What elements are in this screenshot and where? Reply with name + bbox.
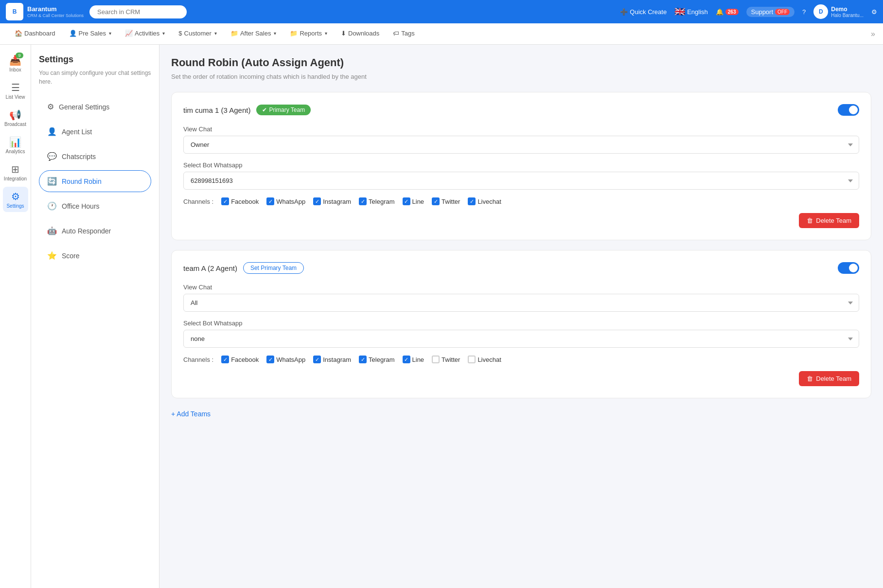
sidebar-item-broadcast[interactable]: 📢 Broadcast [3, 105, 28, 130]
chat-icon: 💬 [47, 152, 57, 161]
view-chat-select-1[interactable]: Owner All [183, 136, 859, 154]
team-header-1: tim cuma 1 (3 Agent) ✔ Primary Team [183, 104, 859, 116]
language-selector[interactable]: 🇬🇧 English [674, 6, 708, 17]
notification-button[interactable]: 🔔 263 [716, 8, 739, 16]
checkbox-whatsapp-1: ✓ [266, 197, 274, 205]
select-bot-field-1: Select Bot Whatsapp 628998151693 none [183, 161, 859, 190]
logo-sub: CRM & Call Center Solutions [27, 13, 84, 18]
settings-menu-auto-responder[interactable]: 🤖 Auto Responder [39, 220, 151, 242]
view-chat-field-2: View Chat All Owner [183, 284, 859, 312]
channel-telegram-1[interactable]: ✓ Telegram [359, 197, 394, 205]
rotate-icon: 🔄 [47, 177, 57, 186]
sidebar-icons: 📥 9 Inbox ☰ List View 📢 Broadcast 📊 Anal… [0, 45, 31, 588]
channel-twitter-2[interactable]: Twitter [432, 356, 460, 363]
settings-menu-score[interactable]: ⭐ Score [39, 245, 151, 267]
menu-bar: 🏠 Dashboard 👤 Pre Sales ▾ 📈 Activities ▾… [0, 23, 883, 45]
channel-facebook-2[interactable]: ✓ Facebook [221, 356, 259, 363]
sidebar-item-inbox[interactable]: 📥 9 Inbox [3, 51, 28, 76]
view-chat-field-1: View Chat Owner All [183, 125, 859, 154]
team-card-2: team A (2 Agent) Set Primary Team View C… [171, 250, 871, 398]
settings-menu-general[interactable]: ⚙ General Settings [39, 96, 151, 118]
logo-icon: B [6, 3, 23, 20]
channel-twitter-1[interactable]: ✓ Twitter [432, 197, 460, 205]
page-desc: Set the order of rotation incoming chats… [171, 73, 871, 80]
channel-livechat-2[interactable]: Livechat [468, 356, 501, 363]
checkbox-facebook-2: ✓ [221, 356, 229, 363]
channel-telegram-2[interactable]: ✓ Telegram [359, 356, 394, 363]
channel-line-2[interactable]: ✓ Line [403, 356, 424, 363]
search-input[interactable] [89, 5, 187, 18]
team-toggle-1[interactable] [838, 104, 859, 116]
settings-menu-chatscripts[interactable]: 💬 Chatscripts [39, 145, 151, 167]
checkbox-telegram-2: ✓ [359, 356, 367, 363]
avatar: D [813, 4, 828, 19]
add-teams-button[interactable]: + Add Teams [171, 410, 211, 418]
channel-whatsapp-1[interactable]: ✓ WhatsApp [266, 197, 305, 205]
checkbox-twitter-2 [432, 356, 440, 363]
support-button[interactable]: Support OFF [746, 7, 795, 17]
quick-create-button[interactable]: ➕ Quick Create [620, 8, 667, 16]
sidebar-item-list-view[interactable]: ☰ List View [3, 78, 28, 103]
primary-team-badge: ✔ Primary Team [256, 105, 311, 115]
settings-desc: You can simply configure your chat setti… [39, 69, 151, 86]
menu-customer[interactable]: $ Customer ▾ [172, 23, 224, 45]
set-primary-team-button[interactable]: Set Primary Team [243, 262, 304, 274]
checkbox-instagram-2: ✓ [313, 356, 321, 363]
menu-after-sales[interactable]: 📁 After Sales ▾ [224, 23, 283, 45]
checkbox-instagram-1: ✓ [313, 197, 321, 205]
sidebar-item-settings[interactable]: ⚙ Settings [3, 187, 28, 212]
settings-title: Settings [39, 54, 151, 65]
sidebar-item-analytics[interactable]: 📊 Analytics [3, 132, 28, 158]
select-bot-select-2[interactable]: none 628998151693 [183, 330, 859, 348]
delete-team-button-1[interactable]: 🗑 Delete Team [799, 213, 859, 228]
page-title: Round Robin (Auto Assign Agent) [171, 56, 871, 69]
view-chat-select-2[interactable]: All Owner [183, 294, 859, 312]
menu-activities[interactable]: 📈 Activities ▾ [118, 23, 172, 45]
team-header-2: team A (2 Agent) Set Primary Team [183, 262, 859, 274]
menu-expand-button[interactable]: » [871, 30, 875, 38]
channel-livechat-1[interactable]: ✓ Livechat [468, 197, 501, 205]
user-menu[interactable]: D Demo Halo Barantu... [813, 4, 864, 19]
select-bot-field-2: Select Bot Whatsapp none 628998151693 [183, 320, 859, 348]
star-icon: ⭐ [47, 251, 57, 260]
checkbox-telegram-1: ✓ [359, 197, 367, 205]
nav-right: ➕ Quick Create 🇬🇧 English 🔔 263 Support … [620, 4, 877, 19]
checkbox-twitter-1: ✓ [432, 197, 440, 205]
channel-facebook-1[interactable]: ✓ Facebook [221, 197, 259, 205]
checkbox-facebook-1: ✓ [221, 197, 229, 205]
logo-area: B Barantum CRM & Call Center Solutions [6, 3, 84, 20]
settings-menu-agent-list[interactable]: 👤 Agent List [39, 121, 151, 143]
top-navigation: B Barantum CRM & Call Center Solutions ➕… [0, 0, 883, 23]
channel-instagram-1[interactable]: ✓ Instagram [313, 197, 351, 205]
team-card-1: tim cuma 1 (3 Agent) ✔ Primary Team View… [171, 92, 871, 240]
channel-whatsapp-2[interactable]: ✓ WhatsApp [266, 356, 305, 363]
person-icon: 👤 [47, 127, 57, 136]
settings-sidebar: Settings You can simply configure your c… [31, 45, 159, 588]
help-button[interactable]: ? [802, 8, 806, 16]
delete-team-button-2[interactable]: 🗑 Delete Team [799, 371, 859, 386]
menu-reports[interactable]: 📁 Reports ▾ [283, 23, 334, 45]
channels-row-2: Channels : ✓ Facebook ✓ WhatsApp ✓ Insta… [183, 356, 859, 363]
trash-icon: 🗑 [807, 217, 813, 224]
settings-icon[interactable]: ⚙ [871, 8, 877, 16]
clock-icon: 🕐 [47, 201, 57, 211]
sidebar-item-integration[interactable]: ⊞ Integration [3, 160, 28, 185]
menu-dashboard[interactable]: 🏠 Dashboard [8, 23, 62, 45]
channel-instagram-2[interactable]: ✓ Instagram [313, 356, 351, 363]
settings-menu-office-hours[interactable]: 🕐 Office Hours [39, 195, 151, 217]
team-name-2: team A (2 Agent) [183, 264, 237, 272]
menu-downloads[interactable]: ⬇ Downloads [334, 23, 386, 45]
channel-line-1[interactable]: ✓ Line [403, 197, 424, 205]
robot-icon: 🤖 [47, 226, 57, 235]
checkbox-livechat-2 [468, 356, 476, 363]
gear-icon: ⚙ [47, 102, 54, 111]
team-toggle-2[interactable] [838, 262, 859, 274]
main-content: Round Robin (Auto Assign Agent) Set the … [159, 45, 883, 588]
select-bot-select-1[interactable]: 628998151693 none [183, 172, 859, 190]
checkbox-line-1: ✓ [403, 197, 410, 205]
menu-pre-sales[interactable]: 👤 Pre Sales ▾ [62, 23, 118, 45]
checkbox-livechat-1: ✓ [468, 197, 476, 205]
menu-tags[interactable]: 🏷 Tags [386, 23, 421, 45]
settings-menu-round-robin[interactable]: 🔄 Round Robin [39, 170, 151, 192]
checkbox-whatsapp-2: ✓ [266, 356, 274, 363]
